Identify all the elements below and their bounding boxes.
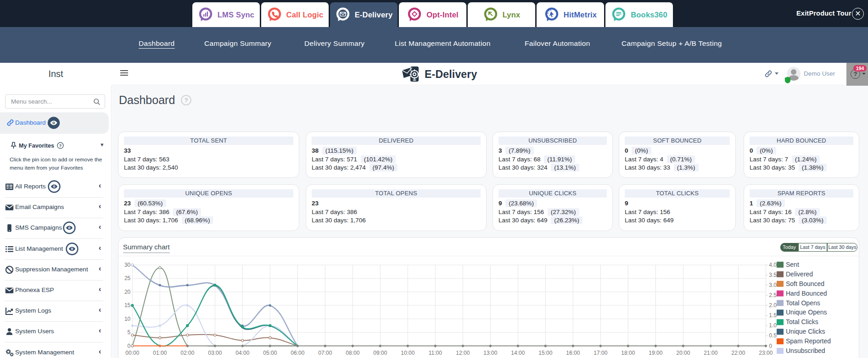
svg-text:18:00: 18:00 [621,350,635,356]
svg-text:25: 25 [124,275,131,281]
svg-text:05:00: 05:00 [263,350,277,356]
svg-text:03:00: 03:00 [208,350,222,356]
svg-text:4.0: 4.0 [769,262,777,268]
svg-text:20: 20 [124,289,131,295]
svg-text:22:00: 22:00 [731,350,745,356]
svg-text:15:00: 15:00 [538,350,552,356]
svg-text:04:00: 04:00 [235,350,249,356]
svg-text:1.5: 1.5 [769,312,777,319]
svg-text:23:00: 23:00 [759,350,773,356]
svg-text:2.0: 2.0 [769,302,777,308]
svg-text:Unsubscribed: Unsubscribed [786,347,825,354]
svg-text:12:00: 12:00 [456,350,470,356]
svg-text:10: 10 [124,316,131,322]
svg-text:Spam Reported: Spam Reported [786,337,831,345]
svg-text:3.5: 3.5 [769,272,777,278]
svg-text:14:00: 14:00 [511,350,525,356]
svg-text:02:00: 02:00 [180,350,194,356]
svg-text:0: 0 [128,343,131,349]
svg-text:00:00: 00:00 [125,350,139,356]
svg-text:20:00: 20:00 [676,350,690,356]
svg-text:15: 15 [124,302,131,308]
svg-text:2.5: 2.5 [769,292,777,298]
svg-text:30: 30 [124,262,131,268]
svg-text:Hard Bounced: Hard Bounced [786,290,827,297]
svg-text:01:00: 01:00 [153,350,167,356]
svg-text:1.0: 1.0 [769,322,777,329]
svg-text:16:00: 16:00 [566,350,580,356]
svg-text:Unique Opens: Unique Opens [786,308,827,316]
svg-text:Total Clicks: Total Clicks [786,318,818,325]
svg-text:08:00: 08:00 [346,350,359,356]
svg-text:09:00: 09:00 [373,350,387,356]
svg-text:Soft Bounced: Soft Bounced [786,280,824,287]
svg-text:0.5: 0.5 [769,332,777,339]
svg-text:0: 0 [769,343,772,349]
svg-text:21:00: 21:00 [704,350,717,356]
svg-text:17:00: 17:00 [594,350,607,356]
svg-text:3.0: 3.0 [769,282,777,288]
svg-text:5: 5 [128,329,131,336]
svg-text:Total Opens: Total Opens [786,299,820,307]
svg-text:06:00: 06:00 [291,350,304,356]
svg-text:10:00: 10:00 [401,350,414,356]
svg-text:07:00: 07:00 [318,350,332,356]
svg-text:13:00: 13:00 [483,350,497,356]
svg-text:?: ? [59,143,62,148]
svg-text:Sent: Sent [786,261,799,268]
svg-text:19:00: 19:00 [649,350,662,356]
svg-text:11:00: 11:00 [429,350,442,356]
svg-text:Unique Clicks: Unique Clicks [786,328,825,335]
svg-text:Delivered: Delivered [786,270,813,278]
